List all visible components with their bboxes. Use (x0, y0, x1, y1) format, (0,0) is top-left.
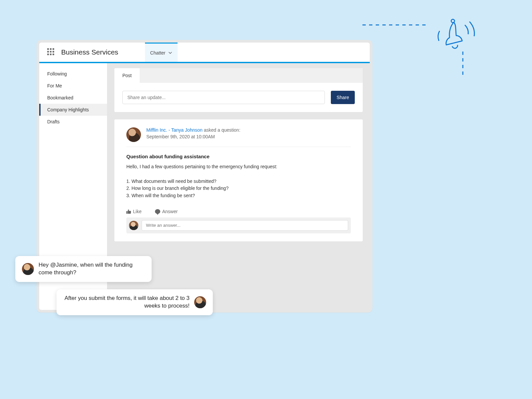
composer-tab-post[interactable]: Post (114, 68, 140, 83)
sidebar-item-following[interactable]: Following (39, 68, 107, 80)
post-question-2: 2. How long is our branch eligible for t… (126, 185, 351, 192)
bell-decoration (362, 15, 502, 81)
post-action-suffix: asked a question: (204, 127, 240, 133)
app-title: Business Services (61, 48, 118, 56)
post-card: Mifflin Inc. - Tanya Johnson asked a que… (114, 119, 363, 242)
thumb-up-icon (126, 209, 131, 214)
answer-button[interactable]: Answer (155, 209, 178, 214)
sidebar-item-label: Company Highlights (47, 107, 89, 112)
chat-message-text: Hey @Jasmine, when will the funding come… (39, 261, 145, 277)
post-intro: Hello, I had a few questions pertaining … (126, 163, 351, 171)
post-company-link[interactable]: Mifflin Inc. (146, 127, 167, 133)
chat-bubble-reply: After you submit the forms, it will take… (57, 289, 213, 315)
share-button[interactable]: Share (331, 91, 355, 104)
answer-label: Answer (162, 209, 178, 214)
current-user-avatar[interactable] (129, 221, 138, 230)
chat-bubble-incoming: Hey @Jasmine, when will the funding come… (15, 256, 152, 282)
sidebar-item-drafts[interactable]: Drafts (39, 116, 107, 128)
bell-ringing-icon (362, 19, 474, 78)
sidebar-item-company-highlights[interactable]: Company Highlights (39, 104, 107, 116)
svg-point-1 (451, 19, 455, 23)
answer-composer (126, 217, 351, 233)
sidebar-item-label: Following (47, 71, 67, 76)
sidebar-item-bookmarked[interactable]: Bookmarked (39, 92, 107, 104)
composer-card: Post Share (114, 68, 363, 112)
app-launcher-icon[interactable] (47, 48, 55, 56)
share-update-input[interactable] (122, 91, 325, 104)
post-meta-separator: - (169, 127, 171, 133)
post-author-link[interactable]: Tanya Johnson (171, 127, 202, 133)
chat-avatar (194, 296, 206, 308)
chevron-down-icon (168, 51, 172, 55)
composer-tabs: Post (114, 68, 363, 83)
post-question-1: 1. What documents will need be submitted… (126, 178, 351, 185)
sidebar-item-label: For Me (47, 83, 62, 88)
like-label: Like (133, 209, 142, 214)
post-questions: 1. What documents will need be submitted… (126, 178, 351, 200)
speech-bubble-icon (155, 209, 160, 214)
post-title: Question about funding assistance (126, 154, 351, 159)
answer-input[interactable] (142, 220, 348, 231)
post-header: Mifflin Inc. - Tanya Johnson asked a que… (126, 127, 351, 147)
composer-tab-label: Post (122, 73, 132, 78)
chat-avatar (22, 263, 34, 275)
post-actions: Like Answer (126, 209, 351, 214)
post-author-avatar[interactable] (126, 127, 141, 142)
post-timestamp: September 9th, 2020 at 10:00AM (146, 134, 240, 139)
topbar: Business Services Chatter (39, 43, 370, 63)
tab-chatter[interactable]: Chatter (145, 43, 178, 62)
sidebar-item-for-me[interactable]: For Me (39, 80, 107, 92)
sidebar-item-label: Bookmarked (47, 95, 73, 100)
chat-message-text: After you submit the forms, it will take… (63, 295, 190, 310)
post-question-3: 3. When will the funding be sent? (126, 192, 351, 200)
like-button[interactable]: Like (126, 209, 142, 214)
sidebar-item-label: Drafts (47, 119, 60, 124)
tab-chatter-label: Chatter (150, 50, 166, 56)
share-button-label: Share (336, 95, 349, 100)
